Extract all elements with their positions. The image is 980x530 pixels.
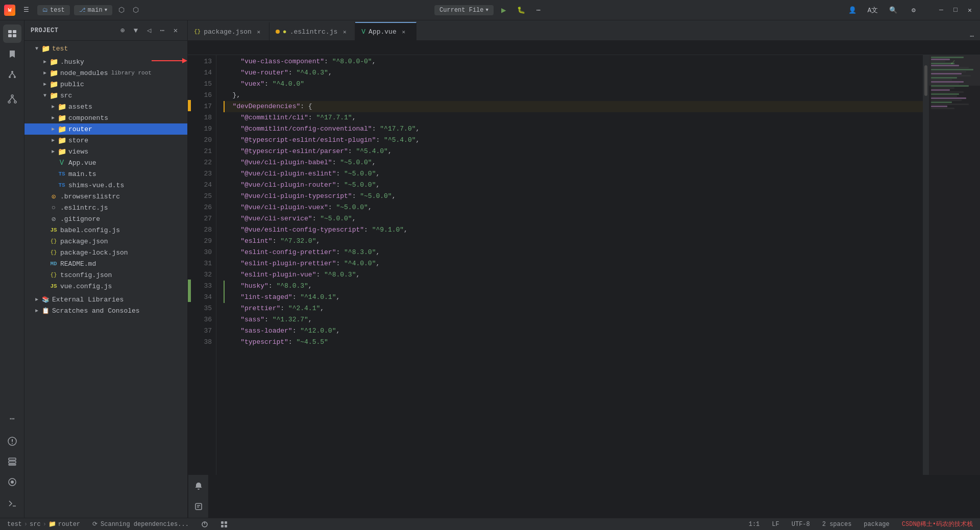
project-selector[interactable]: 🗂 test xyxy=(37,5,70,15)
tree-item-name-package-json: package.json xyxy=(60,238,108,245)
close-sidebar-btn[interactable]: ✕ xyxy=(170,25,181,36)
tree-item-node-modules[interactable]: ► 📁 node_modules library root xyxy=(24,67,187,79)
title-bar: W ☰ 🗂 test ⎇ main ▼ ⬡ ⬡ Current File ▼ ▶… xyxy=(0,0,980,20)
tree-arrow-external: ► xyxy=(33,297,41,302)
tree-item-store[interactable]: ► 📁 store xyxy=(24,135,187,146)
status-power-icon[interactable] xyxy=(198,520,211,529)
tree-item-components[interactable]: ► 📁 components xyxy=(24,112,187,123)
activity-structure-icon[interactable] xyxy=(3,90,21,108)
minimap-line xyxy=(931,81,964,83)
search-everywhere-button[interactable]: 🔍 xyxy=(886,3,900,17)
minimap-line xyxy=(931,83,959,85)
breadcrumb-router: router xyxy=(58,521,80,528)
tree-item-scratches[interactable]: ► 📋 Scratches and Consoles xyxy=(24,305,187,316)
code-line-24: "@vue/cli-plugin-router": "~5.0.0", xyxy=(225,180,923,191)
tree-item-app-vue[interactable]: V App.vue xyxy=(24,157,187,168)
status-encoding[interactable]: UTF-8 xyxy=(789,520,813,529)
tree-arrow-router: ► xyxy=(49,127,57,132)
tab-package-json[interactable]: {} package.json ✕ xyxy=(188,22,270,40)
tab-more-options[interactable]: ⋯ xyxy=(964,32,980,40)
tree-item-views[interactable]: ► 📁 views xyxy=(24,146,187,157)
tab-close-eslintrc[interactable]: ✕ xyxy=(340,28,349,36)
more-run-options[interactable]: ⋯ xyxy=(531,3,546,17)
activity-terminal-icon[interactable] xyxy=(3,493,21,512)
tree-item-src[interactable]: ▼ 📁 src xyxy=(24,90,187,101)
window-controls: — □ ✕ xyxy=(935,4,976,16)
maximize-button[interactable]: □ xyxy=(949,4,962,16)
tab-close-app-vue[interactable]: ✕ xyxy=(400,28,408,36)
collapse-all-btn[interactable]: ▼ xyxy=(130,25,141,36)
activity-git-icon[interactable] xyxy=(3,65,21,84)
navigate-forward-btn[interactable]: ⬡ xyxy=(131,5,141,15)
svg-marker-24 xyxy=(182,58,187,63)
tree-item-external-libs[interactable]: ► 📚 External Libraries xyxy=(24,294,187,305)
run-button[interactable]: ▶ xyxy=(497,3,511,17)
code-review-icon[interactable] xyxy=(191,499,206,514)
tree-item-gitignore[interactable]: ⊘ .gitignore xyxy=(24,213,187,224)
tree-item-main-ts[interactable]: TS main.ts xyxy=(24,168,187,180)
branch-selector[interactable]: ⎇ main ▼ xyxy=(74,5,112,15)
activity-bookmarks-icon[interactable] xyxy=(3,45,21,63)
status-line-ending[interactable]: LF xyxy=(769,520,782,529)
navigate-back-btn[interactable]: ⬡ xyxy=(116,5,127,15)
code-line-38: "typescript": "~4.5.5" xyxy=(225,337,923,348)
notifications-icon[interactable] xyxy=(191,479,206,493)
status-indentation[interactable]: 2 spaces xyxy=(819,520,855,529)
run-configuration[interactable]: Current File ▼ xyxy=(434,5,494,15)
close-button[interactable]: ✕ xyxy=(964,4,976,16)
tree-item-test-scroll[interactable]: ▼ 📁 test xyxy=(24,43,187,54)
debug-button[interactable]: 🐛 xyxy=(514,3,528,17)
tree-item-tsconfig[interactable]: {} tsconfig.json xyxy=(24,269,187,281)
config-icon-browserslistrc: ⊙ xyxy=(49,192,58,201)
tab-close-package-json[interactable]: ✕ xyxy=(255,28,263,36)
status-grid-icon[interactable] xyxy=(217,520,231,529)
status-csdn[interactable]: CSDN@稀土•码农的技术栈 xyxy=(899,519,976,529)
tree-item-eslintrc[interactable]: ○ .eslintrc.js xyxy=(24,202,187,213)
code-line-19: "@commitlint/config-conventional": "^17.… xyxy=(225,123,923,135)
minimize-button[interactable]: — xyxy=(935,4,947,16)
tree-item-husky[interactable]: ► 📁 .husky xyxy=(24,56,187,67)
tree-item-assets[interactable]: ► 📁 assets xyxy=(24,101,187,112)
settings-button[interactable]: ⚙ xyxy=(906,3,921,17)
activity-project-icon[interactable] xyxy=(3,24,21,43)
status-position[interactable]: 1:1 xyxy=(746,520,763,529)
activity-services-icon[interactable] xyxy=(3,452,21,471)
tree-item-vue-config[interactable]: JS vue.config.js xyxy=(24,281,187,292)
code-editor[interactable]: "vue-class-component": "^8.0.0-0", "vue-… xyxy=(216,55,923,475)
tree-item-public[interactable]: ► 📁 public xyxy=(24,79,187,90)
tree-item-browserslistrc[interactable]: ⊙ .browserslistrc xyxy=(24,191,187,202)
tab-modified-dot xyxy=(276,30,280,34)
hide-sidebar-btn[interactable]: ◁ xyxy=(143,25,155,36)
tree-item-router[interactable]: ► 📁 router xyxy=(24,123,187,135)
activity-problems-icon[interactable] xyxy=(3,432,21,450)
tree-item-shims[interactable]: TS shims-vue.d.ts xyxy=(24,180,187,191)
tree-item-babel[interactable]: JS babel.config.js xyxy=(24,224,187,236)
translate-button[interactable]: A文 xyxy=(866,3,880,17)
sidebar-options-btn[interactable]: ⋯ xyxy=(157,25,168,36)
activity-debug-icon[interactable] xyxy=(3,473,21,491)
tree-item-name-shims: shims-vue.d.ts xyxy=(68,182,124,189)
svg-point-16 xyxy=(12,443,13,444)
sidebar-title: Project xyxy=(31,27,59,34)
scrollbar-thumb[interactable] xyxy=(924,65,927,96)
folder-icon-public: 📁 xyxy=(49,80,58,89)
tree-item-package-json[interactable]: {} package.json xyxy=(24,236,187,247)
tree-item-readme[interactable]: MD README.md xyxy=(24,258,187,269)
profile-button[interactable]: 👤 xyxy=(845,3,860,17)
locate-file-btn[interactable]: ⊕ xyxy=(117,25,128,36)
tab-eslintrc-js[interactable]: ● .eslintrc.js ✕ xyxy=(270,22,355,40)
tab-app-vue[interactable]: V App.vue ✕ xyxy=(355,22,416,40)
editor-scrollbar[interactable] xyxy=(923,55,929,475)
tree-arrow-src: ▼ xyxy=(41,93,49,98)
line-num-30: 30 xyxy=(195,247,212,258)
json-icon-tsconfig: {} xyxy=(49,272,58,278)
status-breadcrumb[interactable]: test › src › 📁 router xyxy=(4,519,83,529)
svg-point-21 xyxy=(11,481,14,484)
tree-item-name-readme: README.md xyxy=(60,260,96,268)
status-file-type[interactable]: package xyxy=(861,520,892,529)
menu-hamburger[interactable]: ☰ xyxy=(19,4,33,16)
activity-more-icon[interactable]: ⋯ xyxy=(3,410,21,428)
tree-item-package-lock[interactable]: {} package-lock.json xyxy=(24,247,187,258)
line-num-37: 37 xyxy=(195,325,212,337)
ts-icon-shims: TS xyxy=(57,182,66,188)
